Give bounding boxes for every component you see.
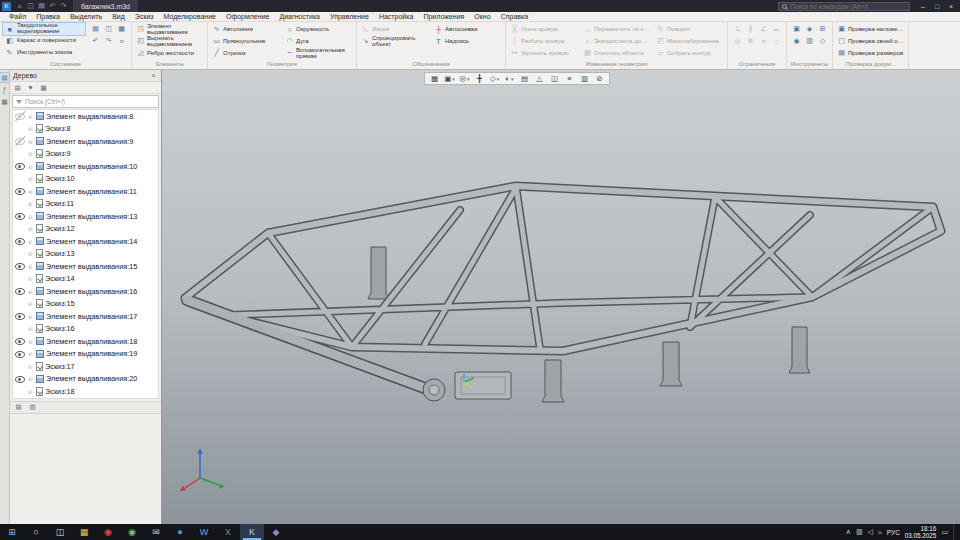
pan-button[interactable]: ╋ xyxy=(472,73,487,84)
tree-row[interactable]: ℮Эскиз:17 xyxy=(13,360,158,373)
tree-row[interactable]: ℮Эскиз:9 xyxy=(13,148,158,161)
mode-sketch-tools[interactable]: ✎Инструменты эскиза xyxy=(3,47,85,59)
file-explorer[interactable]: ▦ xyxy=(72,524,96,540)
eye-icon[interactable] xyxy=(15,286,25,296)
undo[interactable]: ↶ xyxy=(89,35,102,47)
excel-app[interactable]: X xyxy=(216,524,240,540)
equidistant[interactable]: ≈Эквидистанта до... xyxy=(582,35,651,47)
constraint-perpendicular[interactable]: ⊥ xyxy=(731,23,744,35)
tray-shield[interactable]: ▥ xyxy=(856,528,863,536)
eye-icon[interactable] xyxy=(15,374,25,384)
tree-row[interactable]: ℮Элемент выдавливания:19 xyxy=(13,348,158,361)
photos-app[interactable]: ◆ xyxy=(264,524,288,540)
taskbar-clock[interactable]: 18:16 03.05.2025 xyxy=(905,525,937,539)
stiffener-rib[interactable]: ◿Ребро жесткости xyxy=(135,47,204,59)
selection-filter-button[interactable]: ▣▾ xyxy=(442,73,457,84)
split-curve[interactable]: ┊Разбить кривую xyxy=(509,35,578,47)
auto-centerline[interactable]: ┼Автоосевая xyxy=(433,23,502,35)
constraint-parallel[interactable]: ∥ xyxy=(744,23,757,35)
image-quality-button[interactable]: ▥ xyxy=(577,73,592,84)
menu-item-11[interactable]: Окно xyxy=(469,13,495,20)
eye-icon[interactable] xyxy=(15,211,25,221)
tree-row[interactable]: ℮Элемент выдавливания:10 xyxy=(13,160,158,173)
hidden-lines-button[interactable]: ▤ xyxy=(517,73,532,84)
move-by-coordinates[interactable]: ↔Переместить по коорд... xyxy=(582,23,651,35)
language-indicator[interactable]: РУС xyxy=(887,529,900,536)
tool-measure[interactable]: ⊞ xyxy=(816,23,829,35)
menu-item-2[interactable]: Выделить xyxy=(65,13,107,20)
trim-curve[interactable]: ╳Усечь кривую xyxy=(509,23,578,35)
constraint-equal[interactable]: ≡ xyxy=(757,35,770,47)
tree-row[interactable]: ℮Элемент выдавливания:17 xyxy=(13,310,158,323)
orientation-button[interactable]: ◇▾ xyxy=(487,73,502,84)
command-search-input[interactable] xyxy=(790,3,906,10)
extend-curve[interactable]: ↦Удлинить кривую xyxy=(509,47,578,59)
control-grid-button[interactable]: ▦ xyxy=(427,73,442,84)
show-desktop-button[interactable] xyxy=(953,524,956,540)
redo[interactable]: ↷ xyxy=(102,35,115,47)
tree-row[interactable]: ℮Эскиз:12 xyxy=(13,223,158,236)
cut-extrude[interactable]: ◰Вырезать выдавливанием xyxy=(135,35,204,47)
tree-row[interactable]: ℮Эскиз:8 xyxy=(13,123,158,136)
perspective-button[interactable]: △ xyxy=(532,73,547,84)
tree-row[interactable]: ℮Элемент выдавливания:20 xyxy=(13,373,158,386)
eye-icon[interactable] xyxy=(15,311,25,321)
arc[interactable]: ◠Дуга xyxy=(284,35,353,47)
tree-close-icon[interactable]: × xyxy=(149,72,158,79)
eye-icon[interactable] xyxy=(15,261,25,271)
constraint-concentric[interactable]: ◎ xyxy=(731,35,744,47)
tray-network[interactable]: ≈ xyxy=(878,529,882,536)
tree-row[interactable]: ℮Эскиз:11 xyxy=(13,198,158,211)
menu-item-9[interactable]: Настройка xyxy=(374,13,418,20)
menu-item-3[interactable]: Вид xyxy=(107,13,130,20)
rotate-geometry[interactable]: ↻Поворот xyxy=(655,23,724,35)
mode-wireframe-surfaces[interactable]: ◧Каркас и поверхности xyxy=(3,35,85,47)
autoline[interactable]: ∿Автолиния xyxy=(211,23,280,35)
tree-tab-model[interactable]: ▤ xyxy=(13,402,24,412)
constraint-angle[interactable]: ∠ xyxy=(757,23,770,35)
panel-tree-toggle[interactable]: ▤ xyxy=(0,73,9,82)
menu-item-1[interactable]: Правка xyxy=(31,13,65,20)
tree-row[interactable]: ℮Элемент выдавливания:8 xyxy=(13,110,158,123)
kompas-3d-app[interactable]: K xyxy=(240,524,264,540)
rectangle[interactable]: ▭Прямоугольник xyxy=(211,35,280,47)
auxiliary-line[interactable]: ┄Вспомогательная прямая xyxy=(284,47,353,59)
tray-expand[interactable]: ∧ xyxy=(846,528,851,536)
menu-item-0[interactable]: Файл xyxy=(4,13,31,20)
tree-row[interactable]: ℮Элемент выдавливания:14 xyxy=(13,235,158,248)
mail-app[interactable]: ✉ xyxy=(144,524,168,540)
tree-row[interactable]: ℮Эскиз:10 xyxy=(13,173,158,186)
tree-search[interactable]: Поиск (Ctrl+/) xyxy=(12,95,159,108)
extrude-element[interactable]: ◳Элемент выдавливания xyxy=(135,23,204,35)
tool-library[interactable]: ◇ xyxy=(816,35,829,47)
tree-tab-execution[interactable]: ▥ xyxy=(27,402,38,412)
eye-icon[interactable] xyxy=(15,186,25,196)
save-document[interactable]: ◫ xyxy=(102,23,115,35)
tree-row[interactable]: ℮Элемент выдавливания:16 xyxy=(13,285,158,298)
constraint-horizontal[interactable]: ═ xyxy=(770,23,783,35)
open-icon[interactable]: ▤ xyxy=(36,1,47,11)
tree-filter-button[interactable]: ▼ xyxy=(25,83,36,93)
tree-row[interactable]: ℮Эскиз:13 xyxy=(13,248,158,261)
tray-volume[interactable]: ◁ xyxy=(868,528,873,536)
menu-item-4[interactable]: Эскиз xyxy=(130,13,159,20)
system-more[interactable]: ≡ xyxy=(115,35,128,47)
tree-row[interactable]: ℮Эскиз:18 xyxy=(13,385,158,398)
eye-off-icon[interactable] xyxy=(15,111,25,121)
browser-red[interactable]: ◉ xyxy=(96,524,120,540)
check-dimensions[interactable]: ▤Проверка размеров xyxy=(836,47,905,59)
chamfer[interactable]: ◺Фаска xyxy=(360,23,429,35)
zoom-tools-button[interactable]: ◎▾ xyxy=(457,73,472,84)
tree-row[interactable]: ℮Эскиз:15 xyxy=(13,298,158,311)
eye-icon[interactable] xyxy=(15,161,25,171)
circle[interactable]: ○Окружность xyxy=(284,23,353,35)
menu-item-7[interactable]: Диагностика xyxy=(274,13,325,20)
redo-icon[interactable]: ↷ xyxy=(58,1,69,11)
app-menu-icon[interactable]: ≡ xyxy=(14,1,25,11)
command-search[interactable] xyxy=(778,2,910,11)
eye-icon[interactable] xyxy=(15,349,25,359)
menu-item-5[interactable]: Моделирование xyxy=(159,13,221,20)
tree-row[interactable]: ℮Элемент выдавливания:18 xyxy=(13,335,158,348)
segment[interactable]: ╱Отрезок xyxy=(211,47,280,59)
open-document[interactable]: ▤ xyxy=(89,23,102,35)
